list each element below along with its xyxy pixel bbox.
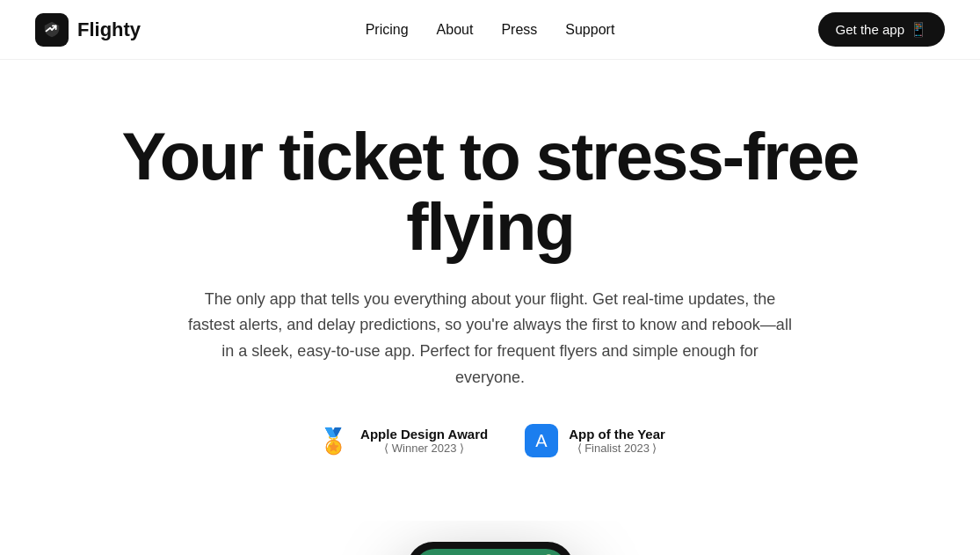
design-award-text: Apple Design Award ⟨ Winner 2023 ⟩ bbox=[360, 427, 488, 455]
app-year-icon: A bbox=[523, 422, 560, 459]
phone-icon: 📱 bbox=[910, 21, 927, 38]
hero-title: Your ticket to stress-free flying bbox=[86, 121, 895, 262]
nav-support[interactable]: Support bbox=[565, 22, 614, 38]
nav-about[interactable]: About bbox=[437, 22, 474, 38]
design-award-title: Apple Design Award bbox=[360, 427, 488, 442]
get-app-button[interactable]: Get the app 📱 bbox=[818, 12, 945, 47]
navbar: Flighty Pricing About Press Support Get … bbox=[0, 0, 980, 60]
svg-text:A: A bbox=[535, 431, 548, 450]
phone-status-bar: 9:41 ▪▪▪ WiFi 🔋 bbox=[414, 549, 567, 555]
app-logo-icon[interactable] bbox=[35, 13, 69, 47]
awards-row: 🏅 Apple Design Award ⟨ Winner 2023 ⟩ A A… bbox=[86, 422, 895, 459]
phone-mockup: 9:41 ▪▪▪ WiFi 🔋 bbox=[407, 542, 574, 555]
navbar-logo-group: Flighty bbox=[35, 13, 141, 47]
app-year-subtitle: ⟨ Finalist 2023 ⟩ bbox=[569, 442, 665, 455]
award-design: 🏅 Apple Design Award ⟨ Winner 2023 ⟩ bbox=[315, 422, 488, 459]
mockup-section: 👩 Mom landed in New York 6:32am (22m ear… bbox=[0, 521, 980, 555]
logo-text: Flighty bbox=[77, 18, 141, 41]
app-year-title: App of the Year bbox=[569, 427, 665, 442]
design-award-subtitle: ⟨ Winner 2023 ⟩ bbox=[360, 442, 488, 455]
phone-frame: 9:41 ▪▪▪ WiFi 🔋 bbox=[407, 542, 574, 555]
app-year-text: App of the Year ⟨ Finalist 2023 ⟩ bbox=[569, 427, 665, 455]
award-app-year: A App of the Year ⟨ Finalist 2023 ⟩ bbox=[523, 422, 665, 459]
get-app-label: Get the app bbox=[836, 22, 904, 37]
nav-press[interactable]: Press bbox=[501, 22, 537, 38]
hero-section: Your ticket to stress-free flying The on… bbox=[51, 60, 930, 521]
navbar-links: Pricing About Press Support bbox=[366, 22, 615, 38]
phone-screen: 9:41 ▪▪▪ WiFi 🔋 bbox=[414, 549, 567, 555]
navbar-cta: Get the app 📱 bbox=[818, 12, 945, 47]
hero-subtitle: The only app that tells you everything a… bbox=[187, 287, 794, 391]
design-award-icon: 🏅 bbox=[315, 422, 352, 459]
nav-pricing[interactable]: Pricing bbox=[366, 22, 409, 38]
